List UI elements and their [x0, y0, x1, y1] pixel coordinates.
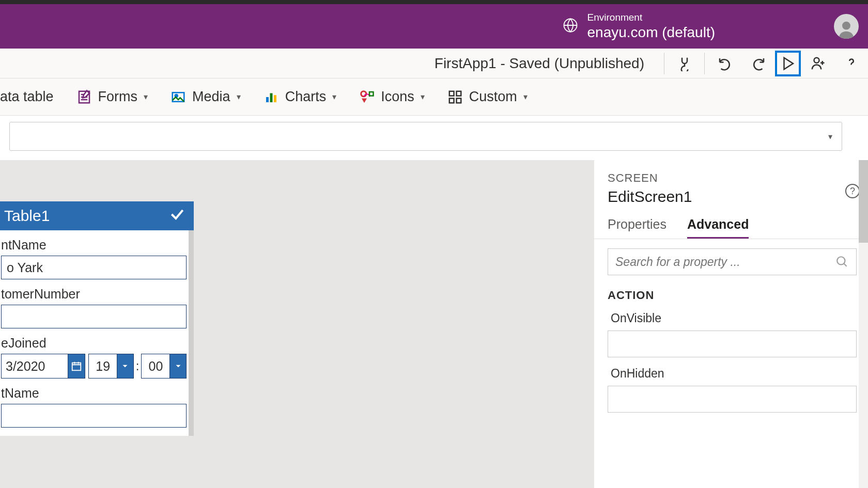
- ribbon-charts[interactable]: Charts ▾: [264, 89, 337, 105]
- undo-button[interactable]: [708, 49, 741, 78]
- help-button[interactable]: [834, 49, 868, 78]
- name-input[interactable]: [1, 256, 187, 279]
- properties-panel: SCREEN EditScreen1 ? Properties Advanced…: [594, 160, 868, 488]
- icons-icon: [359, 89, 375, 105]
- property-search[interactable]: [608, 248, 857, 275]
- panel-kind: SCREEN: [608, 171, 855, 185]
- browser-chrome-top: [0, 0, 868, 4]
- panel-name: EditScreen1: [608, 188, 855, 206]
- minute-chevron-down-icon[interactable]: [170, 354, 187, 379]
- ribbon-data-table[interactable]: ata table: [0, 89, 54, 105]
- field-label-number: tomerNumber: [1, 287, 187, 302]
- property-search-input[interactable]: [615, 255, 835, 269]
- hour-chevron-down-icon[interactable]: [117, 354, 134, 379]
- svg-point-2: [814, 57, 819, 62]
- calendar-icon[interactable]: [68, 354, 85, 379]
- prop-onhidden-label: OnHidden: [608, 367, 857, 381]
- label: Custom: [469, 89, 517, 105]
- media-icon: [171, 89, 186, 105]
- separator: [664, 53, 664, 74]
- app-checker-button[interactable]: [668, 49, 701, 78]
- svg-rect-8: [274, 95, 276, 102]
- check-icon[interactable]: [169, 206, 185, 226]
- canvas[interactable]: Table1 ntName tomerNumber eJoined: [0, 160, 594, 488]
- svg-point-15: [837, 257, 845, 264]
- globe-icon: [563, 18, 578, 35]
- formula-bar[interactable]: ▾: [9, 122, 842, 151]
- forms-icon: [76, 89, 92, 105]
- ribbon-custom[interactable]: Custom ▾: [447, 89, 528, 105]
- panel-scrollbar[interactable]: [859, 160, 868, 488]
- svg-rect-7: [270, 93, 272, 102]
- field-label-name: ntName: [1, 238, 187, 253]
- edit-form[interactable]: Table1 ntName tomerNumber eJoined: [0, 201, 194, 436]
- preview-button[interactable]: [775, 51, 801, 76]
- app-title: FirstApp1 - Saved (Unpublished): [0, 55, 661, 72]
- label: ata table: [0, 89, 54, 105]
- prop-onhidden-input[interactable]: [608, 386, 857, 413]
- svg-point-1: [842, 22, 850, 30]
- insert-ribbon: ata table Forms ▾ Media ▾ Charts ▾ Icons…: [0, 78, 868, 116]
- svg-rect-10: [449, 91, 454, 96]
- field-label-last: tName: [1, 386, 187, 401]
- custom-icon: [447, 89, 463, 105]
- chevron-down-icon: ▾: [421, 92, 425, 102]
- action-section-header: ACTION: [608, 289, 857, 302]
- hour-select[interactable]: [88, 354, 117, 379]
- chevron-down-icon: ▾: [144, 92, 148, 102]
- chevron-down-icon[interactable]: ▾: [828, 132, 832, 141]
- prop-onvisible-input[interactable]: [608, 330, 857, 357]
- label: Media: [192, 89, 230, 105]
- label: Forms: [98, 89, 138, 105]
- ribbon-forms[interactable]: Forms ▾: [76, 89, 148, 105]
- tab-advanced[interactable]: Advanced: [687, 217, 749, 239]
- redo-button[interactable]: [741, 49, 775, 78]
- search-icon: [835, 255, 849, 269]
- ribbon-media[interactable]: Media ▾: [171, 89, 241, 105]
- last-name-input[interactable]: [1, 404, 187, 428]
- separator: [704, 53, 705, 74]
- time-colon: :: [136, 359, 140, 373]
- field-label-joined: eJoined: [1, 336, 187, 351]
- chevron-down-icon: ▾: [332, 92, 336, 102]
- minute-select[interactable]: [141, 354, 170, 379]
- customer-number-input[interactable]: [1, 305, 187, 328]
- app-header: Environment enayu.com (default): [0, 4, 868, 49]
- tab-properties[interactable]: Properties: [608, 217, 667, 239]
- ribbon-icons[interactable]: Icons ▾: [359, 89, 425, 105]
- prop-onvisible-label: OnVisible: [608, 311, 857, 325]
- user-avatar[interactable]: [834, 14, 859, 39]
- form-title: Table1: [4, 207, 50, 225]
- label: Charts: [285, 89, 327, 105]
- panel-help-icon[interactable]: ?: [845, 184, 860, 198]
- share-button[interactable]: [801, 49, 834, 78]
- charts-icon: [264, 89, 279, 105]
- svg-rect-11: [456, 91, 461, 96]
- label: Icons: [381, 89, 414, 105]
- svg-point-9: [361, 91, 366, 96]
- chevron-down-icon: ▾: [237, 92, 241, 102]
- chevron-down-icon: ▾: [523, 92, 528, 102]
- environment-label: Environment: [587, 11, 715, 24]
- environment-value[interactable]: enayu.com (default): [587, 23, 715, 41]
- title-bar: FirstApp1 - Saved (Unpublished): [0, 49, 868, 78]
- svg-rect-12: [449, 98, 454, 103]
- svg-rect-13: [456, 98, 461, 103]
- svg-rect-14: [72, 363, 81, 371]
- svg-rect-6: [266, 97, 269, 102]
- form-scrollbar[interactable]: [189, 230, 194, 436]
- date-input[interactable]: [1, 354, 68, 379]
